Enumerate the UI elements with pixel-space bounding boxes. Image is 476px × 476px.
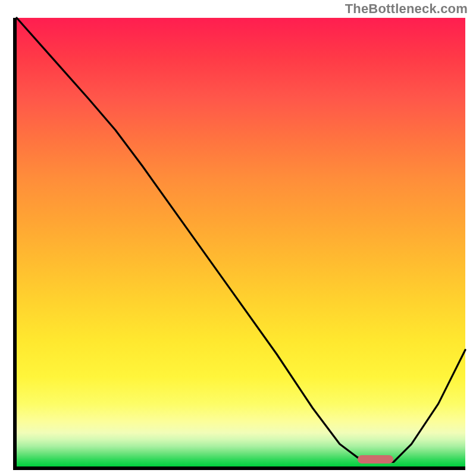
attribution-label: TheBottleneck.com bbox=[345, 1, 468, 17]
bottleneck-curve bbox=[17, 18, 465, 470]
plot-area bbox=[13, 18, 465, 470]
curve-path bbox=[17, 18, 465, 462]
valley-marker bbox=[358, 455, 393, 464]
chart-container: TheBottleneck.com bbox=[0, 0, 476, 476]
